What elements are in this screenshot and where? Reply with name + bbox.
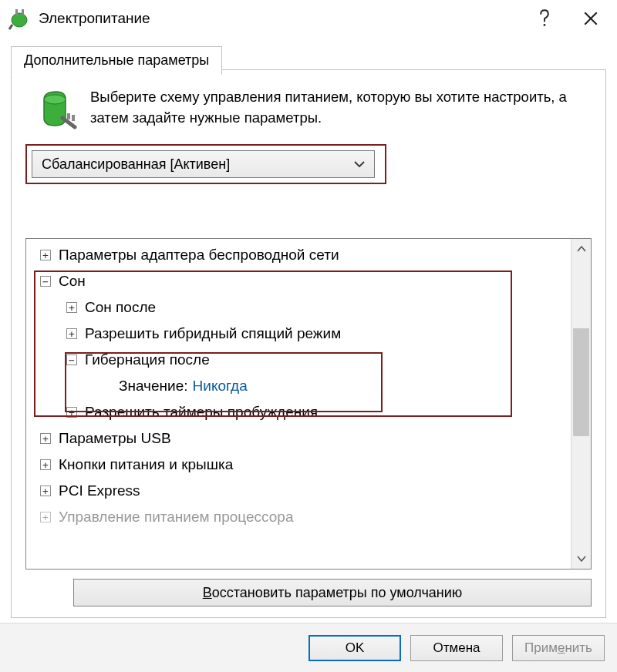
collapse-icon[interactable]: − (40, 276, 51, 287)
expand-icon[interactable]: + (40, 512, 51, 522)
help-button[interactable] (521, 0, 568, 37)
svg-rect-6 (72, 115, 75, 121)
scroll-track[interactable] (571, 259, 591, 549)
tree-node-buttons-lid[interactable]: + Кнопки питания и крышка (26, 452, 571, 478)
settings-tree: + Параметры адаптера беспроводной сети −… (26, 239, 571, 569)
tree-node-pci-express[interactable]: + PCI Express (26, 478, 571, 504)
collapse-icon[interactable]: − (66, 354, 77, 365)
power-options-dialog: Электропитание Дополнительные параметры (0, 0, 617, 672)
battery-plug-icon (35, 87, 78, 130)
svg-point-0 (12, 13, 27, 27)
ok-button[interactable]: OK (308, 635, 401, 661)
dialog-footer: OK Отмена Применить (0, 623, 617, 672)
svg-point-3 (544, 24, 546, 26)
tab-label: Дополнительные параметры (24, 52, 209, 68)
chevron-down-icon (354, 160, 365, 168)
button-label: OK (346, 640, 365, 656)
intro: Выберите схему управления питанием, кото… (12, 70, 605, 141)
svg-rect-1 (15, 9, 18, 15)
vertical-scrollbar[interactable] (571, 239, 591, 569)
expand-icon[interactable]: + (66, 302, 77, 313)
tab-panel: Выберите схему управления питанием, кото… (11, 69, 606, 618)
svg-rect-5 (67, 113, 70, 119)
tree-value-hibernate[interactable]: Значение: Никогда (26, 373, 571, 399)
close-button[interactable] (568, 0, 614, 37)
value-label: Значение: (119, 378, 188, 395)
button-label: Отмена (433, 640, 480, 656)
button-label: Применить (524, 640, 592, 656)
tree-node-cpu-power[interactable]: + Управление питанием процессора (26, 504, 571, 530)
tree-node-wake-timers[interactable]: + Разрешить таймеры пробуждения (26, 399, 571, 425)
window-title: Электропитание (39, 10, 521, 27)
button-label: Восстановить параметры по умолчанию (203, 585, 463, 601)
expand-icon[interactable]: + (40, 486, 51, 496)
expand-icon[interactable]: + (40, 433, 51, 444)
tree-node-sleep[interactable]: − Сон (26, 268, 571, 294)
expand-icon[interactable]: + (40, 459, 51, 470)
svg-rect-2 (22, 9, 24, 15)
power-plug-icon (8, 6, 32, 31)
tree-node-sleep-after[interactable]: + Сон после (26, 294, 571, 321)
tab-advanced[interactable]: Дополнительные параметры (11, 46, 222, 75)
expand-icon[interactable]: + (66, 328, 77, 339)
value-text: Никогда (193, 378, 248, 395)
expand-icon[interactable]: + (66, 407, 77, 418)
settings-tree-container: + Параметры адаптера беспроводной сети −… (25, 238, 592, 570)
scroll-up-icon[interactable] (571, 239, 591, 259)
titlebar: Электропитание (0, 0, 617, 37)
svg-point-4 (44, 95, 66, 104)
power-scheme-combo[interactable]: Сбалансированная [Активен] (32, 150, 375, 178)
expand-icon[interactable]: + (40, 250, 51, 260)
scheme-highlight: Сбалансированная [Активен] (25, 144, 386, 184)
restore-defaults-button[interactable]: Восстановить параметры по умолчанию (73, 579, 592, 606)
tree-node-wireless[interactable]: + Параметры адаптера беспроводной сети (26, 242, 571, 268)
scroll-down-icon[interactable] (571, 549, 591, 569)
tree-node-usb[interactable]: + Параметры USB (26, 425, 571, 452)
scroll-thumb[interactable] (573, 328, 589, 436)
tree-node-hybrid-sleep[interactable]: + Разрешить гибридный спящий режим (26, 321, 571, 347)
cancel-button[interactable]: Отмена (410, 635, 503, 661)
tree-node-hibernate-after[interactable]: − Гибернация после (26, 347, 571, 373)
combo-value: Сбалансированная [Активен] (42, 156, 230, 173)
apply-button[interactable]: Применить (512, 635, 605, 661)
intro-text: Выберите схему управления питанием, кото… (90, 87, 588, 130)
